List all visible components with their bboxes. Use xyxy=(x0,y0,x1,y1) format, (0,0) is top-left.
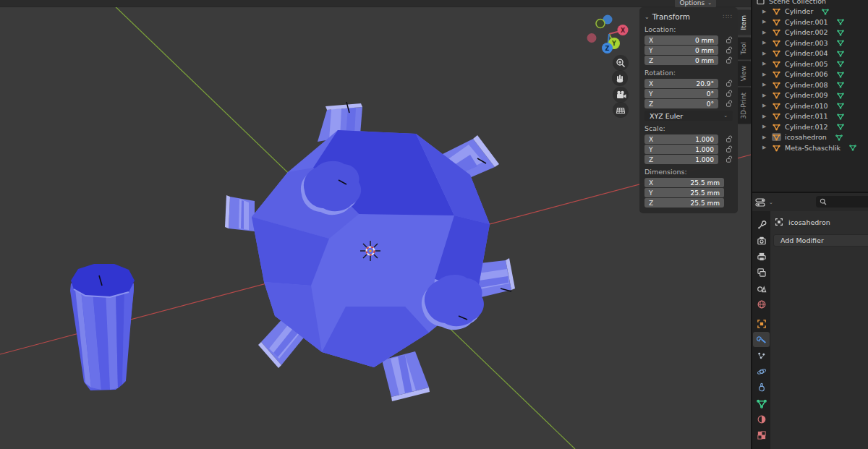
unlock-icon[interactable] xyxy=(718,56,733,64)
tab-object-data[interactable] xyxy=(753,395,770,411)
properties-search[interactable] xyxy=(816,196,868,208)
chevron-down-icon[interactable]: ⌄ xyxy=(769,200,773,205)
mesh-object-icon[interactable] xyxy=(772,91,781,99)
rotation-mode-select[interactable]: XYZ Euler ⌄ xyxy=(644,111,733,121)
value-field[interactable]: X 25.5 mm xyxy=(644,178,724,187)
value-field[interactable]: X 0 mm xyxy=(644,35,718,45)
value-field[interactable]: Z 0 mm xyxy=(644,56,718,65)
sidebar-tab[interactable]: Item xyxy=(738,10,751,35)
mesh-object-icon[interactable] xyxy=(772,18,781,26)
mesh-data-icon[interactable] xyxy=(836,50,845,57)
disclosure-triangle-icon[interactable]: ▶ xyxy=(762,114,768,119)
mesh-data-icon[interactable] xyxy=(836,60,845,67)
disclosure-triangle-icon[interactable]: ▶ xyxy=(762,145,768,150)
mesh-object-icon[interactable] xyxy=(772,7,781,15)
outliner-object-row[interactable]: ▶ Cylinder xyxy=(752,7,868,17)
unlock-icon[interactable] xyxy=(718,90,733,98)
unlock-icon[interactable] xyxy=(718,155,733,163)
mesh-object-icon[interactable] xyxy=(772,60,781,68)
tab-constraints[interactable] xyxy=(753,380,770,395)
disclosure-triangle-icon[interactable]: ▶ xyxy=(762,103,768,108)
tab-object[interactable] xyxy=(753,316,770,331)
viewport-scene[interactable] xyxy=(0,0,751,449)
mesh-object-icon[interactable] xyxy=(772,39,781,47)
value-field[interactable]: Z 0° xyxy=(644,99,718,108)
mesh-data-icon[interactable] xyxy=(836,102,845,109)
disclosure-triangle-icon[interactable]: ▶ xyxy=(762,19,768,25)
value-field[interactable]: Z 1.000 xyxy=(644,155,718,164)
mesh-object-icon[interactable] xyxy=(772,133,781,141)
outliner-object-row[interactable]: ▶ Cylinder.006 xyxy=(752,69,868,80)
tab-particles[interactable] xyxy=(753,348,770,363)
unlock-icon[interactable] xyxy=(718,80,733,87)
value-field[interactable]: Y 0 mm xyxy=(644,46,718,55)
disclosure-triangle-icon[interactable]: ▶ xyxy=(762,30,768,35)
mesh-data-icon[interactable] xyxy=(821,8,830,15)
outliner-object-row[interactable]: ▶ Cylinder.009 xyxy=(752,90,868,101)
navigation-gizmo[interactable]: X Y Z xyxy=(579,6,644,60)
3d-viewport[interactable]: Options ⌄ X Y Z xyxy=(0,0,751,449)
outliner-object-row[interactable]: ▶ Cylinder.004 xyxy=(752,48,868,59)
outliner-object-row[interactable]: ▶ icosahedron xyxy=(752,132,868,143)
mesh-data-icon[interactable] xyxy=(836,18,845,25)
sidebar-tab[interactable]: View xyxy=(738,61,751,86)
mesh-data-icon[interactable] xyxy=(835,134,843,141)
tab-render[interactable] xyxy=(753,233,770,248)
mesh-data-icon[interactable] xyxy=(836,123,845,130)
mesh-object-icon[interactable] xyxy=(772,102,781,110)
outliner-object-row[interactable]: ▶ Cylinder.005 xyxy=(752,59,868,69)
tab-view-layer[interactable] xyxy=(753,265,770,280)
tab-modifiers[interactable] xyxy=(753,332,770,347)
gizmo-neg-y-ball[interactable] xyxy=(596,20,605,28)
properties-editor-type-icon[interactable] xyxy=(755,197,768,208)
mesh-data-icon[interactable] xyxy=(836,92,845,99)
disclosure-triangle-icon[interactable]: ▶ xyxy=(762,9,768,14)
value-field[interactable]: X 20.9° xyxy=(644,79,718,88)
pan-button[interactable] xyxy=(612,70,628,86)
unlock-icon[interactable] xyxy=(718,36,733,44)
value-field[interactable]: Y 0° xyxy=(644,89,718,98)
mesh-object-icon[interactable] xyxy=(772,144,781,152)
value-field[interactable]: X 1.000 xyxy=(644,134,718,144)
cylinder-object[interactable] xyxy=(70,264,135,390)
disclosure-triangle-icon[interactable]: ▶ xyxy=(762,61,768,67)
mesh-object-icon[interactable] xyxy=(772,49,781,57)
tab-scene[interactable] xyxy=(753,281,770,296)
tab-tool[interactable] xyxy=(753,217,770,232)
mesh-object-icon[interactable] xyxy=(772,70,781,78)
disclosure-triangle-icon[interactable]: ▶ xyxy=(762,124,768,129)
tab-physics[interactable] xyxy=(753,364,770,379)
outliner-object-row[interactable]: ▶ Cylinder.012 xyxy=(752,121,868,132)
sidebar-tab[interactable]: 3D-Print xyxy=(738,87,751,124)
value-field[interactable]: Z 25.5 mm xyxy=(644,198,724,208)
outliner-object-row[interactable]: ▶ Cylinder.001 xyxy=(752,17,868,27)
tab-material[interactable] xyxy=(753,411,770,427)
mesh-object-icon[interactable] xyxy=(772,112,781,120)
value-field[interactable]: Y 1.000 xyxy=(644,145,718,154)
outliner-object-row[interactable]: ▶ Cylinder.008 xyxy=(752,80,868,90)
toggle-orthographic-button[interactable] xyxy=(613,102,629,118)
breadcrumb[interactable]: icosahedron xyxy=(770,211,868,226)
gizmo-neg-x-ball[interactable] xyxy=(587,33,597,43)
disclosure-triangle-icon[interactable]: ▶ xyxy=(762,82,768,87)
tab-world[interactable] xyxy=(753,296,770,312)
outliner-object-row[interactable]: ▶ Cylinder.002 xyxy=(752,27,868,38)
value-field[interactable]: Y 25.5 mm xyxy=(644,188,724,197)
outliner-root-row[interactable]: Scene Collection xyxy=(752,0,868,7)
mesh-data-icon[interactable] xyxy=(836,71,845,78)
unlock-icon[interactable] xyxy=(718,145,733,153)
disclosure-triangle-icon[interactable]: ▶ xyxy=(762,40,768,46)
unlock-icon[interactable] xyxy=(718,135,733,143)
mesh-object-icon[interactable] xyxy=(772,81,781,89)
outliner-object-row[interactable]: ▶ Cylinder.010 xyxy=(752,101,868,111)
disclosure-triangle-icon[interactable]: ▶ xyxy=(762,72,768,77)
disclosure-triangle-icon[interactable]: ▶ xyxy=(762,51,768,56)
outliner-object-row[interactable]: ▶ Meta-Schaschlik xyxy=(752,142,868,153)
tab-output[interactable] xyxy=(753,249,770,264)
outliner-object-row[interactable]: ▶ Cylinder.003 xyxy=(752,38,868,48)
transform-panel-header[interactable]: ⌄ Transform ∷∷ xyxy=(644,12,733,21)
mesh-object-icon[interactable] xyxy=(772,123,781,131)
zoom-button[interactable] xyxy=(613,55,629,71)
mesh-data-icon[interactable] xyxy=(836,39,845,46)
disclosure-triangle-icon[interactable]: ▶ xyxy=(762,134,768,140)
